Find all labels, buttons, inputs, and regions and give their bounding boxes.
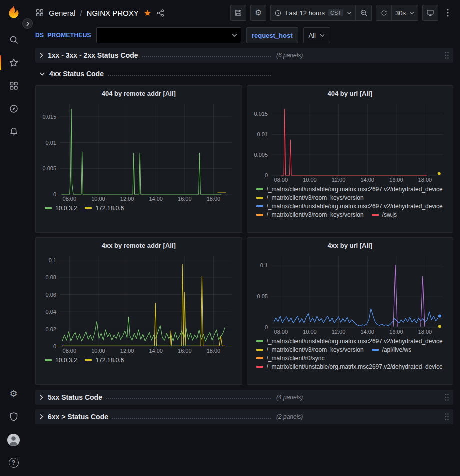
legend-swatch <box>256 349 263 351</box>
legend-swatch <box>256 214 263 216</box>
grafana-logo[interactable] <box>5 4 22 21</box>
legend-item[interactable]: 172.18.0.6 <box>85 357 124 364</box>
panel-legend: 10.0.3.2172.18.0.6 <box>40 203 238 230</box>
legend-item[interactable]: /_matrix/client/v3/room_keys/version <box>256 346 364 353</box>
legend-item[interactable]: /_matrix/client/unstable/org.matrix.msc2… <box>256 186 443 193</box>
legend-label: /_matrix/client/unstable/org.matrix.msc2… <box>267 186 443 193</box>
panel-title[interactable]: 4xx by uri [All] <box>251 240 449 252</box>
legend-swatch <box>256 340 263 342</box>
legend-label: /_matrix/client/v3/room_keys/version <box>267 194 364 201</box>
svg-text:0.02: 0.02 <box>46 326 56 332</box>
row-1xx-3xx-2xx-status-code[interactable]: 1xx - 3xx - 2xx Status Code (6 panels) <box>35 48 453 63</box>
legend-item[interactable]: /api/live/ws <box>372 346 412 353</box>
dashboards-grid-icon <box>9 81 19 91</box>
alerting-nav-button[interactable] <box>0 120 27 143</box>
host-variable-dropdown[interactable] <box>96 27 241 43</box>
panel-legend: /_matrix/client/unstable/org.matrix.msc2… <box>251 184 449 230</box>
svg-text:12:00: 12:00 <box>331 329 345 335</box>
svg-text:18:00: 18:00 <box>207 196 221 202</box>
settings-nav-button[interactable]: ⚙ <box>0 382 27 405</box>
row-panel-count: (6 panels) <box>276 52 303 59</box>
profile-nav-button[interactable] <box>0 428 27 451</box>
save-dashboard-button[interactable] <box>230 5 246 21</box>
time-range-picker[interactable]: Last 12 hours CST <box>270 5 356 21</box>
row-panel-count: (4 panels) <box>276 394 303 401</box>
row-5xx-status-code[interactable]: 5xx Status Code (4 panels) <box>35 390 453 405</box>
variables-bar: DS_PROMETHEUS request_host All <box>27 26 460 45</box>
legend-item[interactable]: 10.0.3.2 <box>45 357 77 364</box>
chart-4xx-by-remote-addr[interactable]: 08:0010:0012:0014:0016:0018:0000.020.040… <box>40 252 238 355</box>
dotted-leader <box>142 53 271 57</box>
chevron-right-icon <box>39 52 44 58</box>
row-drag-handle[interactable] <box>444 413 449 421</box>
dashboards-nav-button[interactable] <box>0 74 27 97</box>
legend-label: 10.0.3.2 <box>55 357 77 364</box>
favorite-star-icon[interactable] <box>143 9 152 17</box>
sidebar-expand-button[interactable] <box>22 18 33 29</box>
dotted-leader <box>108 72 271 76</box>
svg-text:08:00: 08:00 <box>63 196 77 202</box>
dotted-leader <box>112 415 271 419</box>
svg-text:0.04: 0.04 <box>46 309 56 315</box>
chevron-down-icon <box>232 33 237 37</box>
refresh-button[interactable] <box>376 5 392 21</box>
panel-title[interactable]: 404 by uri [All] <box>251 88 449 100</box>
request-host-variable-dropdown[interactable]: All <box>303 27 330 43</box>
panel-grid: 404 by remote addr [All] 08:0010:0012:00… <box>35 85 453 385</box>
request-host-variable-label: request_host <box>246 27 298 43</box>
legend-item[interactable]: /_matrix/client/unstable/org.matrix.msc2… <box>256 363 443 370</box>
legend-item[interactable]: 172.18.0.6 <box>85 205 124 212</box>
timezone-badge: CST <box>328 9 343 16</box>
starred-nav-button[interactable] <box>0 51 27 74</box>
share-icon[interactable] <box>156 9 165 17</box>
svg-text:10:00: 10:00 <box>91 196 105 202</box>
search-nav-button[interactable] <box>0 28 27 51</box>
legend-swatch <box>256 197 263 199</box>
row-6xx-status-code[interactable]: 6xx > Status Code (2 panels) <box>35 409 453 424</box>
chevron-down-icon <box>39 72 45 76</box>
svg-text:0.08: 0.08 <box>46 274 56 280</box>
server-admin-nav-button[interactable] <box>0 405 27 428</box>
refresh-interval-dropdown[interactable]: 30s <box>392 5 418 21</box>
search-icon <box>9 35 19 45</box>
legend-item[interactable]: /_matrix/client/v3/room_keys/version <box>256 211 364 218</box>
row-drag-handle[interactable] <box>444 393 449 401</box>
user-avatar <box>7 434 20 446</box>
zoom-out-button[interactable] <box>356 5 372 21</box>
explore-nav-button[interactable] <box>0 97 27 120</box>
panel-title[interactable]: 4xx by remote addr [All] <box>40 240 238 252</box>
save-icon <box>234 9 242 17</box>
chevron-down-icon <box>409 11 414 15</box>
apps-grid-icon[interactable] <box>35 8 44 17</box>
row-title: 1xx - 3xx - 2xx Status Code <box>48 51 138 59</box>
row-4xx-status-code[interactable]: 4xx Status Code <box>35 67 453 80</box>
panel-legend: /_matrix/client/unstable/org.matrix.msc2… <box>251 336 449 382</box>
svg-text:14:00: 14:00 <box>360 177 374 183</box>
chevron-right-icon <box>39 394 44 400</box>
chart-404-by-uri[interactable]: 08:0010:0012:0014:0016:0018:0000.0050.01… <box>251 100 449 184</box>
row-drag-handle[interactable] <box>444 51 449 59</box>
legend-swatch <box>45 359 52 361</box>
svg-text:18:00: 18:00 <box>418 329 432 335</box>
row-title: 4xx Status Code <box>49 70 104 78</box>
legend-item[interactable]: /sw.js <box>372 211 397 218</box>
kebab-menu-button[interactable] <box>442 5 453 21</box>
kebab-icon <box>447 9 449 17</box>
chart-404-by-remote-addr[interactable]: 08:0010:0012:0014:0016:0018:0000.0050.01… <box>40 100 238 203</box>
breadcrumb-section[interactable]: General <box>49 9 75 17</box>
help-nav-button[interactable]: ? <box>0 451 27 474</box>
chart-4xx-by-uri[interactable]: 08:0010:0012:0014:0016:0018:0000.050.1 <box>251 252 449 336</box>
dashboard-settings-button[interactable]: ⚙ <box>250 5 266 21</box>
help-icon: ? <box>9 458 19 468</box>
legend-item[interactable]: 10.0.3.2 <box>45 205 77 212</box>
legend-item[interactable]: /_matrix/client/unstable/org.matrix.msc2… <box>256 338 443 345</box>
legend-swatch <box>372 349 379 351</box>
chevron-right-icon <box>39 414 44 420</box>
panel-title[interactable]: 404 by remote addr [All] <box>40 88 238 100</box>
legend-item[interactable]: /_matrix/client/r0/sync <box>256 355 325 362</box>
legend-item[interactable]: /_matrix/client/v3/room_keys/version <box>256 194 364 201</box>
top-navbar: General / NGINX PROXY ⚙ Las <box>27 0 460 26</box>
legend-item[interactable]: /_matrix/client/unstable/org.matrix.msc2… <box>256 203 443 210</box>
legend-label: 10.0.3.2 <box>55 205 77 212</box>
cycle-view-mode-button[interactable] <box>422 5 438 21</box>
